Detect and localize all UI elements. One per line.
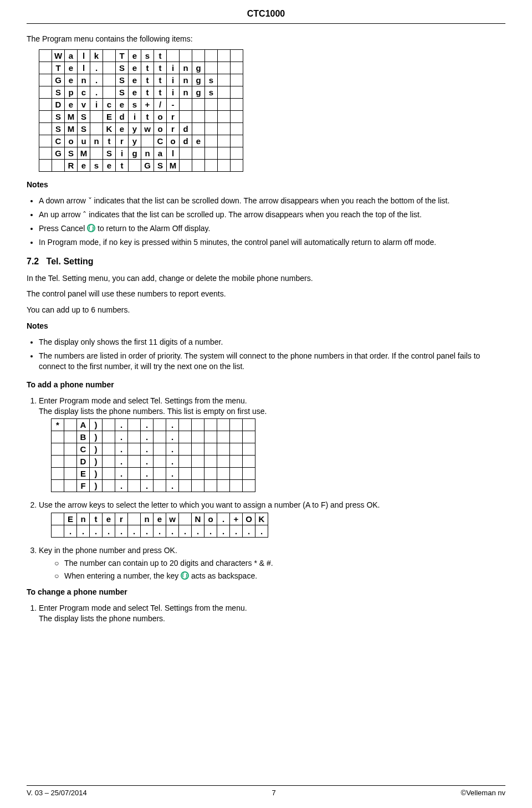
document-page: CTC1000 The Program menu contains the fo… — [0, 0, 532, 808]
lcd-cell — [128, 431, 141, 443]
lcd-cell — [192, 111, 205, 123]
lcd-cell — [180, 99, 192, 111]
lcd-cell: S — [154, 160, 167, 172]
lcd-cell — [103, 456, 115, 468]
lcd-cell: C — [77, 443, 90, 456]
lcd-cell: n — [141, 513, 154, 525]
lcd-cell: s — [90, 160, 103, 172]
lcd-cell: i — [90, 99, 103, 111]
lcd-cell — [243, 431, 255, 443]
step-item: Key in the phone number and press OK. ○T… — [39, 545, 505, 581]
note-text: to return to the Alarm Off display. — [98, 224, 210, 233]
lcd-cell: g — [192, 74, 205, 86]
lcd-cell: . — [103, 525, 115, 538]
lcd-cell: S — [65, 147, 78, 160]
lcd-cell: M — [65, 123, 78, 135]
step-text: Key in the phone number and press OK. — [39, 546, 177, 555]
lcd-cell: M — [167, 160, 180, 172]
lcd-cell: d — [180, 135, 192, 147]
lcd-cell — [192, 480, 204, 492]
lcd-cell: ) — [90, 431, 103, 443]
lcd-cell — [52, 431, 64, 443]
lcd-cell — [204, 480, 217, 492]
lcd-cell — [39, 86, 52, 99]
lcd-cell: K — [255, 513, 268, 525]
lcd-cell: y — [129, 123, 141, 135]
lcd-cell — [218, 111, 231, 123]
lcd-cell: . — [77, 525, 90, 538]
lcd-cell: t — [116, 160, 129, 172]
lcd-cell — [154, 419, 166, 431]
doc-header: CTC1000 — [27, 8, 505, 22]
lcd-cell — [39, 147, 52, 160]
lcd-cell — [192, 99, 205, 111]
section-heading: 7.2 Tel. Setting — [27, 255, 505, 268]
lcd-cell: . — [166, 431, 179, 443]
lcd-cell — [231, 111, 243, 123]
lcd-cell: n — [180, 74, 192, 86]
lcd-cell: d — [180, 123, 192, 135]
lcd-cell — [103, 468, 115, 480]
step-text: Enter Program mode and select Tel. Setti… — [39, 604, 247, 612]
lcd-cell — [39, 99, 52, 111]
lcd-cell: e — [129, 50, 141, 62]
lcd-cell: y — [129, 135, 141, 147]
lcd-cell — [179, 456, 192, 468]
lcd-cell: t — [154, 86, 167, 99]
lcd-cell — [217, 468, 230, 480]
lcd-cell — [179, 431, 192, 443]
lcd-cell — [205, 50, 218, 62]
lcd-cell: G — [52, 147, 65, 160]
lcd-cell — [230, 480, 243, 492]
lcd-cell: ) — [90, 480, 103, 492]
lcd-cell — [230, 456, 243, 468]
lcd-cell — [217, 419, 230, 431]
lcd-cell: . — [166, 468, 179, 480]
lcd-cell: e — [116, 99, 129, 111]
lcd-cell — [39, 74, 52, 86]
lcd-cell — [39, 160, 52, 172]
lcd-cell: i — [116, 147, 129, 160]
lcd-cell: . — [115, 419, 128, 431]
lcd-cell: c — [78, 86, 90, 99]
lcd-cell: t — [141, 111, 154, 123]
lcd-cell: . — [166, 419, 179, 431]
lcd-cell — [231, 123, 243, 135]
lcd-cell: + — [141, 99, 154, 111]
lcd-cell — [39, 50, 52, 62]
lcd-cell: e — [129, 86, 141, 99]
lcd-cell — [217, 480, 230, 492]
lcd-cell: a — [154, 147, 167, 160]
lcd-cell: . — [115, 443, 128, 456]
lcd-cell: e — [65, 74, 78, 86]
lcd-cell: K — [103, 123, 116, 135]
page-footer: V. 03 – 25/07/2014 7 ©Velleman nv — [27, 785, 505, 798]
lcd-cell — [52, 468, 64, 480]
lcd-cell: C — [52, 135, 65, 147]
lcd-cell — [231, 135, 243, 147]
lcd-cell — [64, 456, 77, 468]
lcd-cell — [128, 468, 141, 480]
lcd-cell — [204, 419, 217, 431]
lcd-cell: o — [154, 111, 167, 123]
lcd-cell: ) — [90, 468, 103, 480]
lcd-cell — [64, 431, 77, 443]
lcd-cell — [103, 50, 116, 62]
lcd-cell: e — [129, 74, 141, 86]
lcd-cell: . — [179, 525, 192, 538]
lcd-cell: e — [116, 123, 129, 135]
lcd-cell — [231, 99, 243, 111]
lcd-cell: i — [167, 62, 180, 74]
lcd-cell — [205, 147, 218, 160]
change-phone-heading: To change a phone number — [27, 587, 505, 597]
lcd-cell: t — [154, 62, 167, 74]
lcd-cell — [103, 62, 116, 74]
lcd-cell — [154, 431, 166, 443]
step-item: Enter Program mode and select Tel. Setti… — [39, 396, 505, 493]
step-item: Use the arrow keys to select the letter … — [39, 500, 505, 538]
add-phone-heading: To add a phone number — [27, 380, 505, 390]
section-num: 7.2 — [27, 257, 39, 266]
lcd-cell — [64, 443, 77, 456]
lcd-cell — [243, 419, 255, 431]
lcd-cell: G — [52, 74, 65, 86]
